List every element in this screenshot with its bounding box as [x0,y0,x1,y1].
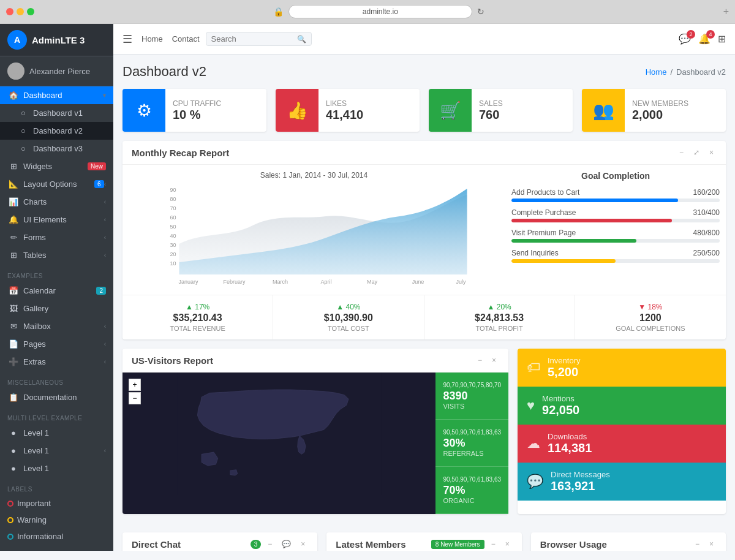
stat-label: TOTAL PROFIT [434,325,565,332]
chevron-icon: ‹ [104,234,106,241]
sidebar-item-tables[interactable]: ⊞ Tables ‹ [0,246,113,264]
sidebar-item-level1c[interactable]: ● Level 1 [0,460,113,477]
sidebar-item-layout[interactable]: 📐 Layout Options 6 ‹ [0,175,113,193]
close-button[interactable]: × [489,355,499,366]
widget-content: Inventory 5,200 [548,356,580,379]
chevron-icon: ‹ [104,216,106,223]
messages-button[interactable]: 💬 2 [679,33,691,45]
sidebar-item-calendar[interactable]: 📅 Calendar 2 [0,282,113,300]
close-button[interactable]: × [298,539,308,550]
notifications-button[interactable]: 🔔 4 [698,33,710,45]
count-badge: 6 [94,180,104,188]
close-button[interactable]: × [706,147,717,158]
likes-icon: 👍 [276,89,318,132]
widget-mentions[interactable]: ♥ Mentions 92,050 [518,387,726,425]
sidebar-item-pages[interactable]: 📄 Pages ‹ [0,335,113,353]
svg-text:80: 80 [170,196,176,202]
minimize-button[interactable]: − [676,147,687,158]
circle-icon: ○ [17,108,29,118]
close-dot[interactable] [6,8,13,15]
chevron-icon: ‹ [104,447,106,454]
sidebar-item-level1b[interactable]: ● Level 1 ‹ [0,442,113,460]
sidebar-item-ui[interactable]: 🔔 UI Elements ‹ [0,211,113,229]
label-dot-cyan [7,534,13,540]
stat-change: ▲ 40% [282,303,414,311]
reload-icon[interactable]: ↻ [477,7,484,17]
widget-label: Downloads [548,432,592,441]
sidebar-item-dashboard-v2[interactable]: ○ Dashboard v2 [0,122,113,140]
zoom-out-button[interactable]: − [129,392,141,404]
url-bar[interactable]: adminlte.io [288,5,472,18]
apps-button[interactable]: ⊞ [718,33,726,45]
usa-map [123,373,435,495]
sidebar-item-dashboard[interactable]: 🏠 Dashboard ▾ [0,86,113,104]
sidebar-item-charts[interactable]: 📊 Charts ‹ [0,193,113,211]
circle-icon: ● [7,464,20,473]
label-important[interactable]: Important [0,495,113,512]
label-warning[interactable]: Warning [0,512,113,528]
sidebar-item-label: Extras [23,357,104,366]
sidebar-item-extras[interactable]: ➕ Extras ‹ [0,353,113,371]
tag-icon: 🏷 [527,360,540,376]
info-box-value: 41,410 [326,108,363,122]
brand-name: AdminLTE 3 [32,35,85,45]
expand-button[interactable]: 💬 [279,539,294,550]
breadcrumb-home-link[interactable]: Home [646,67,667,77]
new-members-badge: 8 New Members [431,540,484,549]
minimize-dot[interactable] [17,8,24,15]
sidebar-item-gallery[interactable]: 🖼 Gallery [0,300,113,317]
chevron-icon: ▾ [103,92,106,99]
goal-label: Add Products to Cart [511,188,579,197]
topbar-search[interactable]: 🔍 [206,32,312,46]
app-wrapper: A AdminLTE 3 Alexander Pierce 🏠 Dashboar… [0,24,735,551]
stat-value: 1200 [584,312,717,324]
new-tab-icon[interactable]: + [723,6,729,17]
expand-button[interactable]: ⤢ [690,147,703,158]
sidebar-item-level1a[interactable]: ● Level 1 [0,424,113,442]
stat-cost: ▲ 40% $10,390.90 TOTAL COST [273,295,424,339]
layout-icon: 📐 [7,180,20,189]
main-content: Dashboard v2 Home / Dashboard v2 ⚙ CPU T… [113,55,735,551]
dashboard-icon: 🏠 [7,91,20,100]
minimize-button[interactable]: − [692,539,703,550]
minimize-button[interactable]: − [265,539,275,550]
card-title: Monthly Recap Report [132,148,229,158]
label-info[interactable]: Informational [0,528,113,545]
minimize-button[interactable]: − [475,355,485,366]
widget-downloads[interactable]: ☁ Downloads 114,381 [518,425,726,463]
stat-label: ORGANIC [443,497,501,504]
heart-icon: ♥ [527,398,535,414]
stat-value: 70% [443,484,501,497]
card-tools: − × [475,355,499,366]
sidebar-item-dashboard-v3[interactable]: ○ Dashboard v3 [0,140,113,157]
widget-label: Inventory [548,356,580,365]
close-button[interactable]: × [502,539,513,550]
widget-inventory[interactable]: 🏷 Inventory 5,200 [518,349,726,387]
zoom-in-button[interactable]: + [129,379,141,391]
minimize-button[interactable]: − [488,539,499,550]
sidebar-item-label: Level 1 [23,446,104,455]
sidebar-item-forms[interactable]: ✏ Forms ‹ [0,229,113,246]
goal-label: Complete Purchase [511,208,576,217]
close-button[interactable]: × [706,539,717,550]
pages-icon: 📄 [7,339,20,349]
info-box-cpu: ⚙ CPU Traffic 10 % [123,89,266,132]
topbar-home-link[interactable]: Home [141,34,163,44]
maximize-dot[interactable] [27,8,34,15]
ui-icon: 🔔 [7,215,20,224]
latest-members-card: Latest Members 8 New Members − × AP Alex… [326,532,521,551]
sidebar-item-docs[interactable]: 📋 Documentation [0,388,113,406]
widget-label: Mentions [542,394,579,403]
svg-text:70: 70 [170,205,176,211]
stat-revenue: ▲ 17% $35,210.43 TOTAL REVENUE [123,295,273,339]
sidebar-item-dashboard-v1[interactable]: ○ Dashboard v1 [0,104,113,122]
topbar-contact-link[interactable]: Contact [172,34,200,44]
search-input[interactable] [211,34,297,44]
widget-messages[interactable]: 💬 Direct Messages 163,921 [518,463,726,501]
toggle-icon[interactable]: ☰ [123,32,132,46]
stat-numbers: 90,50,90,70,61,83,63 [443,429,501,436]
goal-item: Send Inquiries 250/500 [511,249,720,263]
sidebar-item-widgets[interactable]: ⊞ Widgets New [0,157,113,175]
sidebar-item-mailbox[interactable]: ✉ Mailbox ‹ [0,317,113,335]
sidebar-user: Alexander Pierce [0,56,113,86]
